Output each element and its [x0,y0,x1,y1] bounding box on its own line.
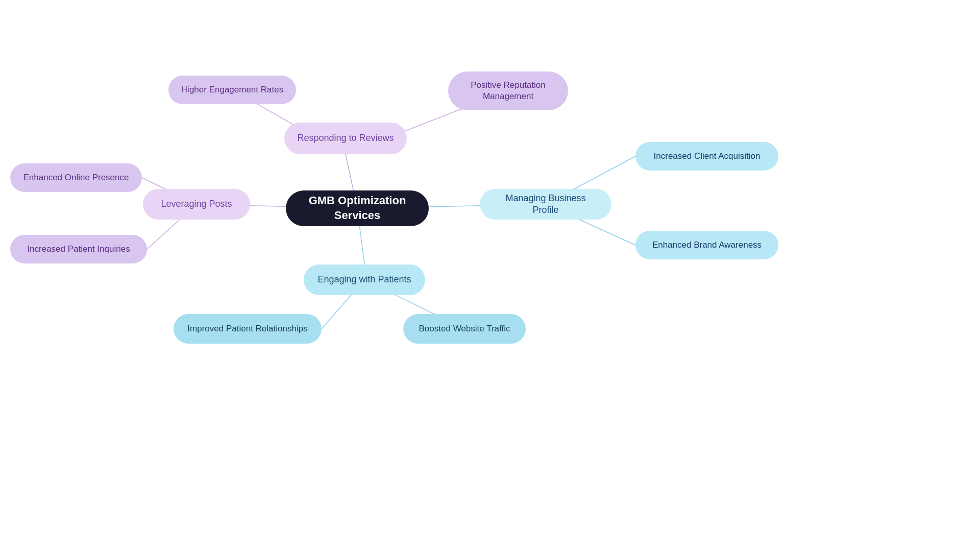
leveraging-posts-node: Leveraging Posts [143,189,250,220]
managing-business-profile-node: Managing Business Profile [480,189,611,220]
center-node: GMB Optimization Services [286,190,429,226]
enhanced-online-presence-node: Enhanced Online Presence [10,163,142,192]
increased-client-acquisition-node: Increased Client Acquisition [635,142,778,171]
higher-engagement-rates-node: Higher Engagement Rates [168,76,296,104]
improved-patient-relationships-node: Improved Patient Relationships [174,314,322,344]
enhanced-brand-awareness-node: Enhanced Brand Awareness [635,231,778,259]
engaging-with-patients-node: Engaging with Patients [304,265,425,295]
boosted-website-traffic-node: Boosted Website Traffic [403,314,526,344]
responding-to-reviews-node: Responding to Reviews [284,123,407,154]
positive-reputation-management-node: Positive ReputationManagement [448,71,568,110]
increased-patient-inquiries-node: Increased Patient Inquiries [10,235,147,263]
